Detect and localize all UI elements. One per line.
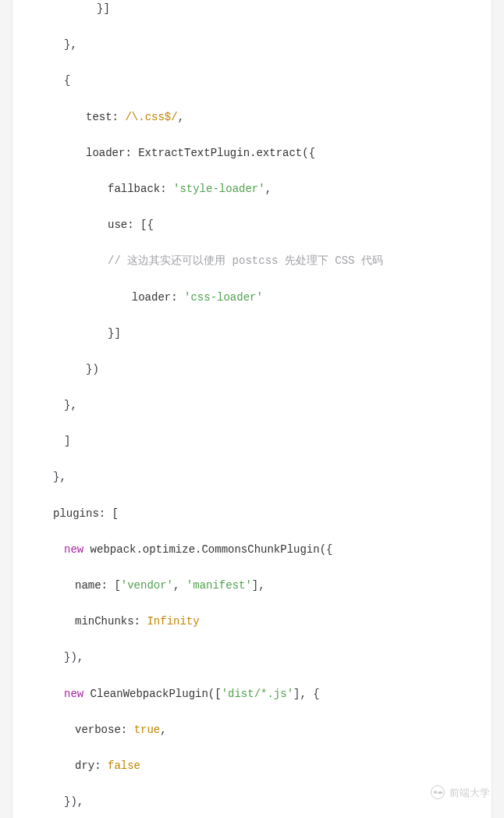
code-block: }] }, { test: /\.css$/, loader: ExtractT… bbox=[12, 0, 492, 818]
code-line: name: ['vendor', 'manifest'], bbox=[20, 577, 484, 595]
code-line: new webpack.optimize.CommonsChunkPlugin(… bbox=[20, 541, 484, 559]
code-line: }) bbox=[20, 361, 484, 379]
code-line: }] bbox=[20, 325, 484, 343]
code-line: plugins: [ bbox=[20, 505, 484, 523]
code-line: loader: ExtractTextPlugin.extract({ bbox=[20, 144, 484, 162]
code-line: }, bbox=[20, 36, 484, 54]
watermark-text: 前端大学 bbox=[449, 784, 490, 801]
code-line: }), bbox=[20, 793, 484, 811]
code-line: }, bbox=[20, 468, 484, 486]
wechat-icon bbox=[431, 785, 445, 799]
code-line: ] bbox=[20, 432, 484, 450]
code-line: dry: false bbox=[20, 757, 484, 775]
code-line: verbose: true, bbox=[20, 721, 484, 739]
code-line: { bbox=[20, 72, 484, 90]
code-comment: // 这边其实还可以使用 postcss 先处理下 CSS 代码 bbox=[20, 252, 484, 270]
code-line: fallback: 'style-loader', bbox=[20, 180, 484, 198]
code-line: }] bbox=[20, 0, 484, 18]
code-pre: }] }, { test: /\.css$/, loader: ExtractT… bbox=[20, 0, 484, 818]
code-line: }, bbox=[20, 397, 484, 414]
code-line: loader: 'css-loader' bbox=[20, 289, 484, 307]
code-line: test: /\.css$/, bbox=[20, 108, 484, 126]
code-line: }), bbox=[20, 649, 484, 667]
code-line: minChunks: Infinity bbox=[20, 613, 484, 631]
code-line: use: [{ bbox=[20, 216, 484, 234]
code-line: new CleanWebpackPlugin(['dist/*.js'], { bbox=[20, 685, 484, 703]
watermark: 前端大学 bbox=[431, 784, 490, 801]
